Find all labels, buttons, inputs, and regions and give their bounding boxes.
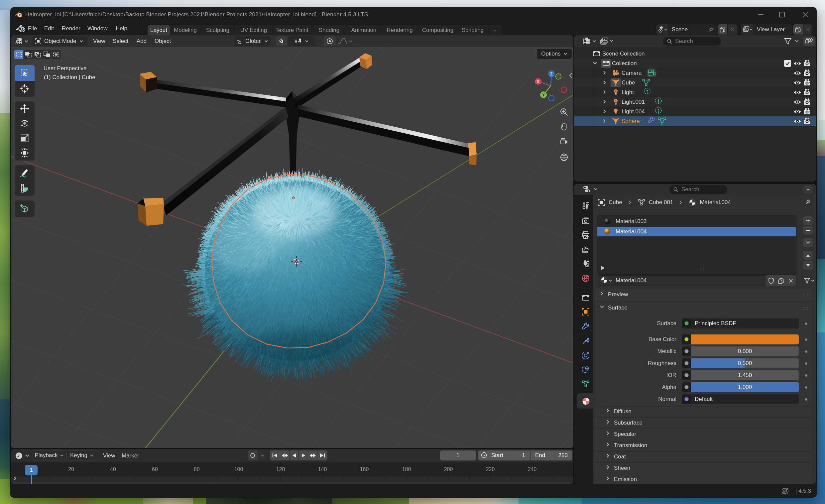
svg-text:Y: Y	[542, 93, 545, 97]
svg-text:Z: Z	[550, 72, 552, 76]
svg-text:X: X	[537, 79, 539, 84]
